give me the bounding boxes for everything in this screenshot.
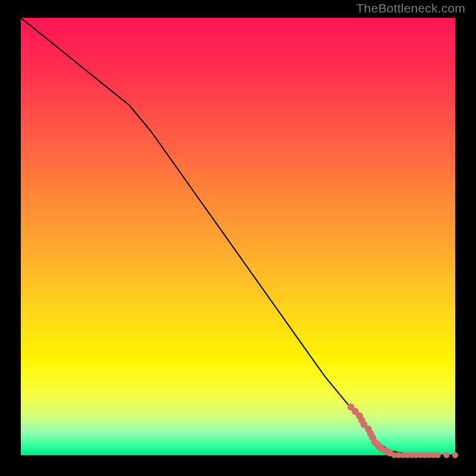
attribution-label: TheBottleneck.com: [356, 1, 465, 15]
measured-points-group: [347, 403, 458, 458]
data-point: [435, 452, 441, 458]
bottleneck-curve-line: [21, 18, 455, 455]
chart-overlay: [21, 18, 455, 455]
data-point: [443, 452, 449, 458]
data-point: [452, 452, 458, 458]
chart-frame: TheBottleneck.com: [0, 0, 476, 476]
